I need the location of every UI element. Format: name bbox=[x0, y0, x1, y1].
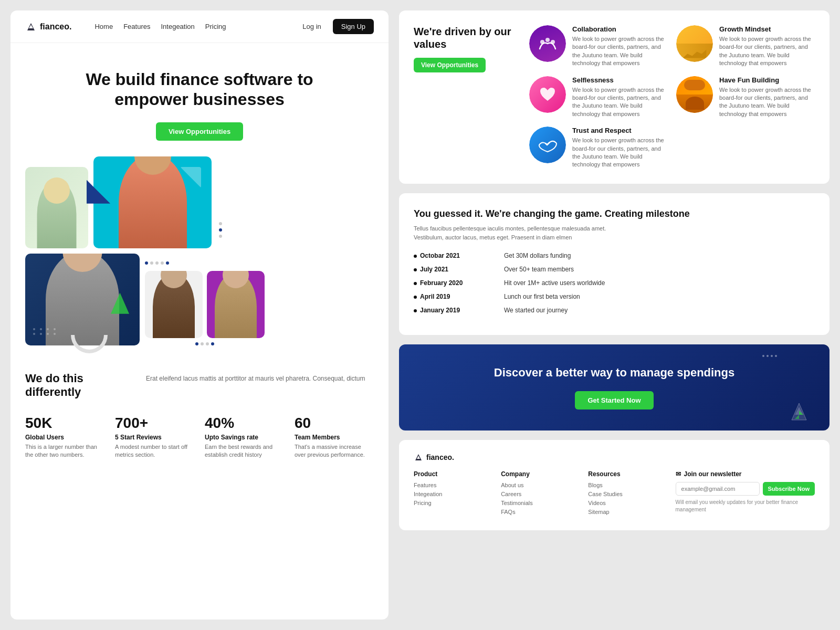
milestone-achievement-3: Lunch our first beta version bbox=[504, 293, 580, 300]
milestone-achievement-row-0: Get 30M dollars funding bbox=[504, 252, 605, 259]
milestone-achievement-1: Over 50+ team members bbox=[504, 266, 574, 273]
milestone-row-2: February 2020 bbox=[414, 279, 472, 287]
stat-reviews-desc: A modest number to start off metrics sec… bbox=[115, 443, 194, 459]
footer-col-resources: Resources Blogs Case Studies Videos Site… bbox=[588, 470, 665, 518]
stat-reviews: 700+ 5 Start Reviews A modest number to … bbox=[115, 415, 194, 459]
milestone-dot-2 bbox=[414, 282, 417, 285]
value-fun-image bbox=[676, 76, 713, 113]
cta-logo-deco bbox=[788, 399, 811, 423]
newsletter-form: Subscribe Now bbox=[676, 482, 815, 496]
footer-pricing-link[interactable]: Pricing bbox=[414, 500, 490, 506]
nav-pricing[interactable]: Pricing bbox=[205, 23, 226, 30]
footer-features-link[interactable]: Features bbox=[414, 482, 490, 488]
email-icon: ✉ bbox=[676, 470, 681, 478]
stats-heading: We do this differently bbox=[25, 372, 141, 399]
nav-home[interactable]: Home bbox=[94, 23, 113, 30]
navbar: fianceo. Home Features Integeation Prici… bbox=[10, 10, 388, 43]
values-items: Collaboration We look to power growth ac… bbox=[529, 25, 815, 169]
milestone-date-1: July 2021 bbox=[420, 266, 472, 273]
milestone-title: You guessed it. We're changing the game.… bbox=[414, 208, 815, 220]
milestone-achievement-row-4: We started our journey bbox=[504, 307, 605, 314]
footer-videos-link[interactable]: Videos bbox=[588, 500, 665, 506]
footer-careers-link[interactable]: Careers bbox=[501, 491, 578, 497]
stats-description: Erat eleifend lacus mattis at porttitor … bbox=[146, 372, 374, 399]
milestone-date-0: Octobar 2021 bbox=[420, 252, 472, 259]
value-trust-name: Trust and Respect bbox=[572, 127, 668, 134]
stat-team-desc: That's a massive increase over previous … bbox=[295, 443, 374, 459]
footer-blogs-link[interactable]: Blogs bbox=[588, 482, 665, 488]
stat-reviews-number: 700+ bbox=[115, 415, 194, 432]
footer-testimonials-link[interactable]: Testimonials bbox=[501, 500, 578, 506]
footer-integeation-link[interactable]: Integeation bbox=[414, 491, 490, 497]
milestone-card: You guessed it. We're changing the game.… bbox=[399, 193, 830, 335]
stat-team: 60 Team Members That's a massive increas… bbox=[295, 415, 374, 459]
subscribe-button[interactable]: Subscribe Now bbox=[763, 482, 815, 496]
footer-sitemap-link[interactable]: Sitemap bbox=[588, 509, 665, 515]
cta-deco-dots bbox=[762, 355, 777, 357]
value-collaboration-name: Collaboration bbox=[572, 25, 668, 33]
newsletter-note: Will email you weekly updates for your b… bbox=[676, 499, 815, 513]
footer-logo-icon bbox=[414, 453, 423, 462]
footer-grid: Product Features Integeation Pricing Com… bbox=[414, 470, 815, 518]
values-cta-button[interactable]: View Opportunities bbox=[414, 58, 486, 72]
footer-newsletter-col: ✉ Join our newsletter Subscribe Now Will… bbox=[676, 470, 815, 518]
milestone-row-0: Octobar 2021 bbox=[414, 252, 472, 259]
stats-title: We do this differently bbox=[25, 372, 141, 399]
footer-logo: fianceo. bbox=[414, 453, 815, 462]
cta-dot-3 bbox=[771, 355, 773, 357]
stat-users: 50K Global Users This is a larger number… bbox=[25, 415, 104, 459]
milestone-achievement-2: Hit over 1M+ active users worldwide bbox=[504, 279, 605, 287]
footer-faqs-link[interactable]: FAQs bbox=[501, 509, 578, 515]
signup-button[interactable]: Sign Up bbox=[333, 19, 374, 34]
milestones-list: Octobar 2021 July 2021 February 2020 Apr… bbox=[414, 252, 815, 320]
login-button[interactable]: Log in bbox=[296, 19, 327, 34]
hero-cta-button[interactable]: View Opportunities bbox=[156, 122, 243, 141]
logo-icon bbox=[25, 21, 37, 33]
stat-users-desc: This is a larger number than the other t… bbox=[25, 443, 104, 459]
milestone-achievement-row-1: Over 50+ team members bbox=[504, 266, 605, 273]
stats-section: We do this differently Erat eleifend lac… bbox=[10, 356, 388, 415]
nav-links: Home Features Integeation Pricing bbox=[94, 23, 284, 30]
hero-headline: We build finance software to empower bus… bbox=[68, 69, 331, 110]
stat-reviews-label: 5 Start Reviews bbox=[115, 434, 194, 441]
value-fun-name: Have Fun Building bbox=[719, 76, 815, 84]
values-title: We're driven by our values bbox=[414, 25, 519, 50]
footer-newsletter-title: ✉ Join our newsletter bbox=[676, 470, 815, 478]
footer-company-title: Company bbox=[501, 470, 578, 478]
footer-about-link[interactable]: About us bbox=[501, 482, 578, 488]
value-trust-image bbox=[529, 127, 566, 163]
svg-point-1 bbox=[551, 40, 555, 44]
photo-col-right bbox=[145, 261, 265, 345]
milestone-subtitle: Tellus faucibus pellentesque iaculis mon… bbox=[414, 224, 613, 242]
stat-team-label: Team Members bbox=[295, 434, 374, 441]
photo-person-1 bbox=[25, 167, 88, 248]
value-collaboration-image bbox=[529, 25, 566, 62]
svg-point-2 bbox=[545, 38, 550, 42]
value-selflessness: Selflessness We look to power growth acr… bbox=[529, 76, 668, 119]
milestone-dot-0 bbox=[414, 255, 417, 258]
footer-product-title: Product bbox=[414, 470, 490, 478]
value-growth-image bbox=[676, 25, 713, 62]
cta-button[interactable]: Get Started Now bbox=[575, 391, 653, 410]
value-growth: Growth Mindset We look to power growth a… bbox=[676, 25, 815, 68]
values-card: We're driven by our values View Opportun… bbox=[399, 10, 830, 184]
value-collaboration-text: Collaboration We look to power growth ac… bbox=[572, 25, 668, 68]
footer-logo-text: fianceo. bbox=[426, 453, 454, 461]
value-selflessness-name: Selflessness bbox=[572, 76, 668, 84]
milestone-row-3: April 2019 bbox=[414, 293, 472, 300]
stat-users-number: 50K bbox=[25, 415, 104, 432]
nav-integeation[interactable]: Integeation bbox=[161, 23, 194, 30]
value-selflessness-image bbox=[529, 76, 566, 113]
footer-col-company: Company About us Careers Testimonials FA… bbox=[501, 470, 578, 518]
cta-dot-1 bbox=[762, 355, 764, 357]
values-title-area: We're driven by our values View Opportun… bbox=[414, 25, 519, 72]
cta-dot-2 bbox=[766, 355, 769, 357]
newsletter-email-input[interactable] bbox=[676, 482, 760, 496]
photo-person-2 bbox=[93, 156, 212, 248]
left-panel: fianceo. Home Features Integeation Prici… bbox=[10, 10, 388, 620]
milestone-date-2: February 2020 bbox=[420, 279, 472, 287]
footer-case-studies-link[interactable]: Case Studies bbox=[588, 491, 665, 497]
value-fun: Have Fun Building We look to power growt… bbox=[676, 76, 815, 119]
value-selflessness-desc: We look to power growth across the board… bbox=[572, 86, 668, 119]
nav-features[interactable]: Features bbox=[123, 23, 150, 30]
